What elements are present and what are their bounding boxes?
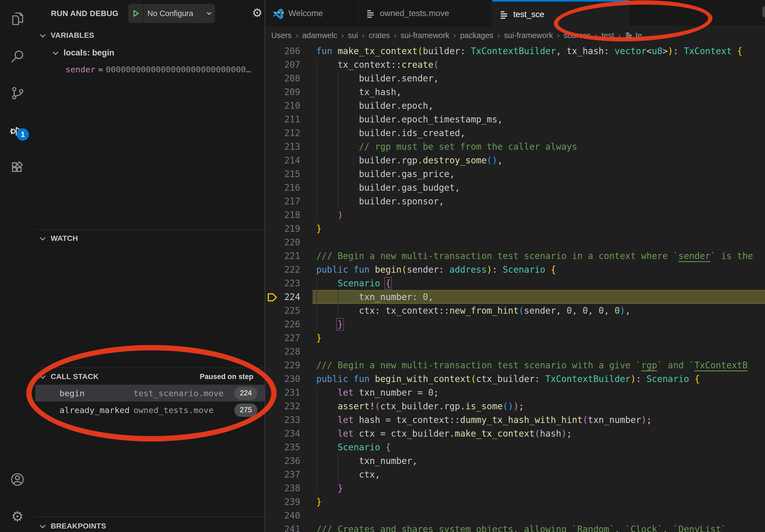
code-line[interactable]: 235 Scenario { <box>265 440 765 454</box>
line-number[interactable]: 229 <box>265 359 300 372</box>
tab-test-scenario[interactable]: test_sce <box>492 0 629 27</box>
line-number[interactable]: 219 <box>265 222 300 235</box>
code-line[interactable]: 239} <box>265 495 765 509</box>
breadcrumb-item[interactable]: crates <box>369 31 390 40</box>
line-number[interactable]: 221 <box>265 249 300 263</box>
code-line[interactable]: 234 let ctx = ctx_builder.make_tx_contex… <box>265 427 765 440</box>
source-control-icon[interactable] <box>0 79 35 108</box>
line-number[interactable]: 210 <box>265 99 300 113</box>
run-and-debug-icon[interactable]: 1 <box>0 117 35 146</box>
code-line[interactable]: 228 <box>265 345 765 359</box>
breadcrumb-item[interactable]: te <box>625 31 642 40</box>
line-number[interactable]: 236 <box>265 454 300 468</box>
code-line[interactable]: 221/// Begin a new multi-transaction tes… <box>265 249 765 263</box>
breadcrumb-item[interactable]: test <box>601 31 614 40</box>
code-line[interactable]: 226 } <box>265 317 765 331</box>
code-line[interactable]: 209 tx_hash, <box>265 85 765 99</box>
line-number[interactable]: 206 <box>265 44 300 58</box>
code-line[interactable]: 208 builder.sender, <box>265 72 765 85</box>
code-line[interactable]: 240 <box>265 509 765 522</box>
settings-gear-icon[interactable]: ⚙ <box>0 502 35 531</box>
extensions-icon[interactable] <box>0 153 35 183</box>
breadcrumb-item[interactable]: adamwelc <box>302 31 338 40</box>
code-line[interactable]: 214 builder.rgp.destroy_some(), <box>265 153 765 167</box>
line-number[interactable]: 222 <box>265 263 300 276</box>
code-line[interactable]: 206fun make_tx_context(builder: TxContex… <box>265 44 765 58</box>
breadcrumb-item[interactable]: sources <box>564 31 591 40</box>
code-line[interactable]: 241/// Creates and shares system objects… <box>265 522 765 532</box>
variables-section-header[interactable]: VARIABLES <box>35 27 265 43</box>
debug-config-dropdown[interactable]: No Configura <box>128 4 215 23</box>
line-number[interactable]: 235 <box>265 440 300 454</box>
code-line[interactable]: 215 builder.gas_price, <box>265 167 765 181</box>
code-line[interactable]: 231 let txn_number = 0; <box>265 386 765 399</box>
start-debug-icon[interactable] <box>128 9 143 18</box>
line-number[interactable]: 214 <box>265 153 300 167</box>
watch-section-header[interactable]: WATCH <box>35 230 265 246</box>
breakpoints-section-header[interactable]: BREAKPOINTS <box>35 518 265 532</box>
line-number[interactable]: 220 <box>265 235 300 249</box>
code-line[interactable]: 219} <box>265 222 765 235</box>
line-number[interactable]: 208 <box>265 72 300 85</box>
code-line[interactable]: 229/// Begin a new multi-transaction tes… <box>265 359 765 372</box>
line-number[interactable]: 240 <box>265 509 300 522</box>
line-number[interactable]: 207 <box>265 58 300 72</box>
line-number[interactable]: 213 <box>265 140 300 153</box>
breadcrumb-item[interactable]: Users <box>271 31 292 40</box>
line-number[interactable]: 227 <box>265 331 300 345</box>
code-line[interactable]: 225 ctx: tx_context::new_from_hint(sende… <box>265 304 765 317</box>
line-number[interactable]: 226 <box>265 317 300 331</box>
code-line[interactable]: 217 builder.sponsor, <box>265 194 765 208</box>
line-number[interactable]: 233 <box>265 413 300 427</box>
tab-owned-tests[interactable]: owned_tests.move <box>359 0 492 27</box>
code-line[interactable]: 232 assert!(ctx_builder.rgp.is_some()); <box>265 399 765 413</box>
line-number[interactable]: 237 <box>265 468 300 481</box>
code-line[interactable]: 220 <box>265 235 765 249</box>
more-actions-icon[interactable]: ⋯ <box>273 0 285 25</box>
breadcrumb-item[interactable]: packages <box>460 31 493 40</box>
code-line[interactable]: 227} <box>265 331 765 345</box>
call-stack-frame[interactable]: already_markedowned_tests.move275 <box>35 401 265 418</box>
line-number[interactable]: 218 <box>265 208 300 222</box>
line-number[interactable]: 232 <box>265 399 300 413</box>
code-line[interactable]: 223 Scenario { <box>265 276 765 290</box>
line-number[interactable]: 230 <box>265 372 300 386</box>
line-number[interactable]: 209 <box>265 85 300 99</box>
code-line[interactable]: 236 txn_number, <box>265 454 765 468</box>
line-number[interactable]: 238 <box>265 481 300 495</box>
line-number[interactable]: 241 <box>265 522 300 532</box>
code-line[interactable]: 210 builder.epoch, <box>265 99 765 113</box>
line-number[interactable]: 211 <box>265 113 300 126</box>
code-line[interactable]: 224 txn_number: 0, <box>265 290 765 304</box>
call-stack-section-header[interactable]: CALL STACK Paused on step <box>35 369 265 385</box>
line-number[interactable]: 212 <box>265 126 300 140</box>
code-line[interactable]: 211 builder.epoch_timestamp_ms, <box>265 113 765 126</box>
code-line[interactable]: 216 builder.gas_budget, <box>265 181 765 194</box>
line-number[interactable]: 228 <box>265 345 300 359</box>
variables-scope-row[interactable]: locals: begin <box>35 45 265 61</box>
code-line[interactable]: 207 tx_context::create( <box>265 58 765 72</box>
code-line[interactable]: 213 // rgp must be set from the caller a… <box>265 140 765 153</box>
code-line[interactable]: 230public fun begin_with_context(ctx_bui… <box>265 372 765 386</box>
code-line[interactable]: 233 let hash = tx_context::dummy_tx_hash… <box>265 413 765 427</box>
breadcrumb-item[interactable]: sui <box>348 31 358 40</box>
code-line[interactable]: 218 ) <box>265 208 765 222</box>
call-stack-frame[interactable]: begintest_scenario.move224 <box>35 385 265 401</box>
code-line[interactable]: 212 builder.ids_created, <box>265 126 765 140</box>
explorer-icon[interactable] <box>0 4 35 34</box>
line-number[interactable]: 215 <box>265 167 300 181</box>
debug-settings-gear-icon[interactable]: ⚙ <box>252 0 263 26</box>
code-line[interactable]: 237 ctx, <box>265 468 765 481</box>
search-icon[interactable] <box>0 42 35 71</box>
account-icon[interactable] <box>0 465 35 494</box>
line-number[interactable]: 216 <box>265 181 300 194</box>
line-number[interactable]: 231 <box>265 386 300 399</box>
code-line[interactable]: 238 } <box>265 481 765 495</box>
line-number[interactable]: 217 <box>265 194 300 208</box>
breadcrumb-item[interactable]: sui-framework <box>400 31 449 40</box>
breadcrumb-item[interactable]: sui-framework <box>504 31 553 40</box>
code-line[interactable]: 222public fun begin(sender: address): Sc… <box>265 263 765 276</box>
variable-row[interactable]: sender = 0000000000000000000000000000… <box>35 61 265 78</box>
line-number[interactable]: 223 <box>265 276 300 290</box>
line-number[interactable]: 234 <box>265 427 300 440</box>
